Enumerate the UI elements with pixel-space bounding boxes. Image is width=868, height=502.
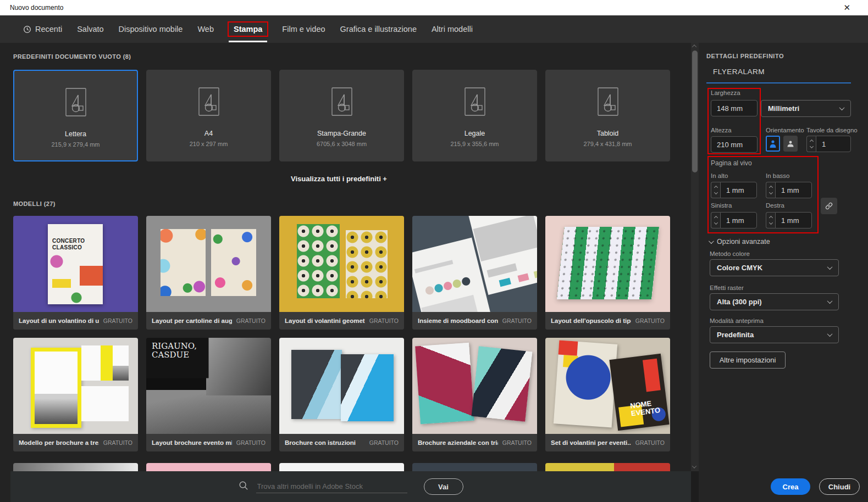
template-thumbnail[interactable]: [146, 463, 271, 471]
template-title: Layout dell'opuscolo di tipo...: [551, 317, 631, 324]
template-title: Brochure con istruzioni: [285, 439, 365, 446]
unit-value: Millimetri: [768, 104, 799, 113]
stepper-arrows[interactable]: [711, 212, 720, 228]
template-title: Modello per brochure a tre...: [19, 439, 99, 446]
template-thumbnail[interactable]: [412, 463, 537, 471]
close-icon[interactable]: ✕: [843, 2, 850, 13]
template-thumbnail[interactable]: [545, 463, 670, 471]
color-mode-value: Colore CMYK: [717, 264, 762, 272]
width-label: Larghezza: [711, 90, 740, 96]
preset-card-legale[interactable]: Legale 215,9 x 355,6 mm: [412, 70, 537, 161]
blank-document-icon: [328, 86, 356, 122]
view-all-presets-link[interactable]: Visualizza tutti i predefiniti +: [0, 175, 678, 183]
preset-card-tabloid[interactable]: Tabloid 279,4 x 431,8 mm: [545, 70, 670, 161]
search-go-button[interactable]: Vai: [424, 478, 463, 495]
preset-name: Tabloid: [597, 130, 619, 137]
create-button[interactable]: Crea: [771, 478, 810, 495]
template-thumbnail: [279, 216, 404, 312]
close-dialog-button[interactable]: Chiudi: [819, 478, 860, 495]
bleed-bottom-input[interactable]: [775, 182, 812, 198]
tab-label: Stampa: [234, 25, 262, 34]
chevron-down-icon: [827, 298, 833, 304]
artboards-input[interactable]: [816, 136, 851, 152]
bleed-bottom-stepper[interactable]: [766, 182, 812, 198]
width-input[interactable]: [711, 100, 758, 116]
template-card-brochure-tre-ante[interactable]: Modello per brochure a tre...GRATUITO: [13, 338, 138, 451]
stepper-arrows[interactable]: [766, 182, 775, 198]
window-title: Nuovo documento: [10, 4, 63, 12]
template-thumbnail[interactable]: [279, 463, 404, 471]
bleed-top-input[interactable]: [720, 182, 757, 198]
unit-dropdown[interactable]: Millimetri: [761, 100, 851, 117]
preset-card-stampa-grande[interactable]: Stampa-Grande 6705,6 x 3048 mm: [279, 70, 404, 161]
tab-altri-modelli[interactable]: Altri modelli: [430, 22, 474, 36]
preset-dimensions: 279,4 x 431,8 mm: [583, 141, 632, 147]
tab-grafica-e-illustrazione[interactable]: Grafica e illustrazione: [339, 22, 418, 36]
tab-stampa-active-annotated[interactable]: Stampa: [228, 21, 268, 37]
bleed-right-stepper[interactable]: [766, 212, 812, 228]
bleed-right-label: Destra: [766, 202, 784, 209]
template-title: Insieme di moodboard con...: [418, 317, 498, 324]
tab-web[interactable]: Web: [196, 22, 215, 36]
template-thumbnail: RIGAUNO, CASDUE: [146, 338, 271, 434]
tab-dispositivo-mobile[interactable]: Dispositivo mobile: [118, 22, 184, 36]
adobe-stock-search-input[interactable]: [256, 480, 407, 493]
preset-name: A4: [204, 130, 213, 137]
tab-label: Dispositivo mobile: [119, 25, 183, 34]
vertical-scrollbar[interactable]: [691, 43, 699, 471]
template-title: Layout per cartoline di aug...: [152, 317, 232, 324]
stepper-arrows[interactable]: [711, 182, 720, 198]
template-badge: GRATUITO: [369, 317, 399, 324]
template-badge: GRATUITO: [635, 439, 665, 446]
stepper-arrows[interactable]: [806, 136, 816, 152]
tab-recenti[interactable]: Recenti: [22, 22, 63, 36]
preset-name: Lettera: [65, 130, 86, 138]
artboards-stepper[interactable]: [806, 136, 851, 152]
height-input[interactable]: [711, 136, 758, 153]
blank-document-icon: [195, 86, 223, 122]
template-thumbnail[interactable]: [13, 463, 138, 471]
template-card-brochure-evento[interactable]: RIGAUNO, CASDUE Layout brochure evento m…: [146, 338, 271, 451]
link-bleed-values-button[interactable]: [821, 198, 837, 214]
color-mode-dropdown[interactable]: Colore CMYK: [710, 259, 839, 276]
tab-film-e-video[interactable]: Film e video: [281, 22, 326, 36]
scrollbar-thumb[interactable]: [692, 51, 698, 172]
template-card-volantino[interactable]: CONCERTO CLASSICO Layout di un volantino…: [13, 216, 138, 330]
template-badge: GRATUITO: [369, 439, 399, 446]
raster-effects-dropdown[interactable]: Alta (300 ppi): [710, 293, 839, 310]
document-name-input[interactable]: [712, 67, 849, 76]
template-card-set-volantini[interactable]: NOME EVENTO Set di volantini per eventi.…: [545, 338, 670, 451]
preview-mode-dropdown[interactable]: Predefinita: [710, 326, 839, 343]
scroll-down-icon[interactable]: [693, 465, 697, 470]
template-badge: GRATUITO: [502, 439, 532, 446]
template-card-volantini-geometrici[interactable]: Layout di volantini geometr...GRATUITO: [279, 216, 404, 330]
tab-salvato[interactable]: Salvato: [76, 22, 104, 36]
bleed-left-stepper[interactable]: [711, 212, 757, 228]
orientation-portrait-button[interactable]: [766, 136, 780, 152]
template-thumbnail: [146, 216, 271, 312]
template-title: Layout di un volantino di u...: [19, 317, 99, 324]
template-card-moodboard[interactable]: Insieme di moodboard con...GRATUITO: [412, 216, 537, 330]
bleed-top-stepper[interactable]: [711, 182, 757, 198]
template-card-brochure-istruzioni[interactable]: Brochure con istruzioniGRATUITO: [279, 338, 404, 451]
preset-card-a4[interactable]: A4 210 x 297 mm: [146, 70, 271, 161]
bleed-left-input[interactable]: [720, 212, 757, 228]
scroll-up-icon[interactable]: [693, 44, 697, 49]
advanced-options-toggle[interactable]: Opzioni avanzate: [709, 238, 770, 246]
template-card-opuscolo[interactable]: Layout dell'opuscolo di tipo...GRATUITO: [545, 216, 670, 330]
bleed-right-input[interactable]: [775, 212, 812, 228]
template-card-cartoline[interactable]: Layout per cartoline di aug...GRATUITO: [146, 216, 271, 330]
tab-label: Film e video: [282, 25, 325, 34]
template-title: Layout di volantini geometr...: [285, 317, 365, 324]
template-card-brochure-aziendale[interactable]: Brochure aziendale con tria...GRATUITO: [412, 338, 537, 451]
preset-card-lettera[interactable]: Lettera 215,9 x 279,4 mm: [13, 70, 138, 161]
more-settings-button[interactable]: Altre impostazioni: [710, 352, 786, 369]
height-label: Altezza: [711, 127, 732, 133]
orientation-landscape-button[interactable]: [783, 136, 798, 152]
bleed-section-title: Pagina al vivo: [711, 159, 752, 167]
orientation-label: Orientamento: [766, 127, 804, 133]
template-thumbnail: [545, 216, 670, 312]
search-icon: [239, 481, 248, 493]
artboards-label: Tavole da disegno: [806, 127, 858, 133]
stepper-arrows[interactable]: [766, 212, 775, 228]
